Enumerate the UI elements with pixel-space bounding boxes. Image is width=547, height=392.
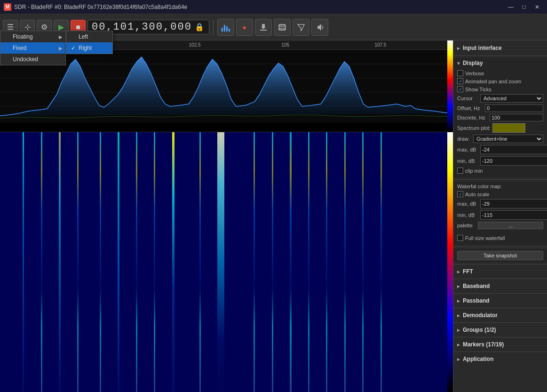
passband-header[interactable]: ► Passband — [453, 296, 547, 306]
passband-arrow: ► — [456, 298, 461, 304]
volume-button[interactable] — [311, 19, 328, 36]
baseband-label: Baseband — [463, 283, 490, 289]
waterfall-signal-18 — [362, 132, 364, 392]
wf-min-db-label: min, dB — [457, 212, 478, 218]
spectrum-svg — [0, 50, 453, 123]
spectrum-button[interactable] — [217, 19, 234, 36]
display-arrow: ▼ — [456, 61, 461, 66]
offset-hz-input[interactable] — [485, 104, 543, 112]
wf-max-db-input[interactable] — [480, 199, 547, 208]
input-interface-header[interactable]: ► Input interface — [453, 42, 547, 54]
submenu: Left ✓ Right — [66, 31, 113, 54]
take-snapshot-button[interactable]: Take snapshot — [457, 251, 543, 260]
wf-min-db-input[interactable] — [480, 210, 547, 220]
show-ticks-row: Show Ticks — [457, 86, 543, 92]
clip-min-checkbox[interactable] — [457, 168, 463, 174]
discrete-hz-label: Discrete, Hz — [457, 115, 488, 120]
maximize-button[interactable]: □ — [518, 2, 530, 12]
waterfall-signal-4 — [77, 132, 79, 392]
section-divider-3 — [453, 247, 547, 247]
animated-pan-zoom-checkbox[interactable] — [457, 78, 463, 84]
record-button[interactable]: ● — [236, 19, 253, 36]
cursor-select[interactable]: Advanced Basic None — [480, 94, 543, 103]
wf-max-db-row: max, dB ▲ ▼ — [457, 199, 543, 208]
repeat-icon — [277, 23, 287, 32]
discrete-hz-row: Discrete, Hz — [457, 114, 543, 121]
spectrum-plot — [0, 50, 453, 123]
submenu-item-left[interactable]: Left — [66, 31, 112, 42]
waterfall-signal-12 — [254, 132, 255, 392]
right-label: Right — [79, 45, 92, 51]
clip-min-row: clip min — [457, 168, 543, 174]
verbose-checkbox[interactable] — [457, 70, 463, 76]
fft-header[interactable]: ► FFT — [453, 266, 547, 277]
waterfall-signal-17 — [344, 132, 346, 392]
spectrum-plot-label: Spectrum plot: — [457, 125, 491, 131]
auto-scale-checkbox[interactable] — [457, 191, 463, 197]
max-db-input[interactable] — [480, 145, 547, 154]
groups-header[interactable]: ► Groups (1/2) — [453, 325, 547, 335]
markers-header[interactable]: ► Markers (17/19) — [453, 339, 547, 350]
svg-rect-4 — [260, 30, 267, 31]
markers-arrow: ► — [456, 342, 461, 347]
full-size-waterfall-checkbox[interactable] — [457, 235, 463, 241]
app-icon: M — [4, 3, 11, 11]
main-layout: 100 102.5 105 107.5 -80 — [0, 40, 547, 392]
waterfall-color-scale — [447, 132, 453, 392]
groups-label: Groups (1/2) — [463, 327, 496, 333]
section-divider-10 — [453, 352, 547, 352]
section-divider-7 — [453, 308, 547, 308]
palette-button[interactable]: ... — [478, 222, 543, 229]
application-header[interactable]: ► Application — [453, 354, 547, 364]
cursor-label: Cursor — [457, 96, 478, 101]
discrete-hz-input[interactable] — [490, 114, 543, 121]
menu-item-floating[interactable]: Floating ▶ — [0, 31, 65, 42]
waterfall-signal-13 — [272, 132, 273, 392]
min-db-spinbox: ▲ ▼ — [480, 156, 547, 166]
section-divider-5 — [453, 279, 547, 279]
max-db-row: max, dB ▲ ▼ — [457, 145, 543, 154]
palette-label: palette — [457, 223, 476, 228]
title-bar-controls: — □ ✕ — [505, 2, 543, 12]
spectrum-plot-color[interactable] — [492, 123, 525, 133]
display-section-header[interactable]: ▼ Display — [453, 58, 547, 68]
show-ticks-checkbox[interactable] — [457, 86, 463, 92]
waterfall-signal-11 — [217, 132, 224, 392]
demodulator-header[interactable]: ► Demodulator — [453, 310, 547, 320]
draw-row: draw Gradient+line Line Filled — [457, 135, 543, 143]
fft-label: FFT — [463, 268, 473, 275]
spectrum-plot-row: Spectrum plot: — [457, 123, 543, 133]
spectrum-icon — [221, 22, 231, 32]
waterfall-signal-19 — [381, 132, 382, 392]
floating-arrow: ▶ — [59, 34, 63, 40]
menu-item-fixed[interactable]: Fixed ▶ — [0, 42, 65, 54]
markers-label: Markers (17/19) — [463, 341, 504, 348]
fixed-arrow: ▶ — [59, 46, 63, 51]
waterfall-signal-9 — [172, 132, 174, 392]
fft-arrow: ► — [456, 269, 461, 274]
submenu-item-right[interactable]: ✓ Right — [66, 42, 112, 54]
wf-min-db-spinbox: ▲ ▼ — [480, 210, 547, 220]
waterfall-signal-3 — [59, 132, 61, 392]
waterfall-visualization — [0, 132, 453, 392]
repeat-button[interactable] — [274, 19, 291, 36]
content-area: 100 102.5 105 107.5 -80 — [0, 40, 453, 392]
cursor-row: Cursor Advanced Basic None — [457, 94, 543, 103]
menu-item-undocked[interactable]: Undocked — [0, 54, 65, 65]
draw-select[interactable]: Gradient+line Line Filled — [473, 135, 543, 143]
svg-rect-2 — [226, 26, 228, 32]
demodulator-label: Demodulator — [463, 312, 498, 319]
auto-scale-row: Auto scale — [457, 191, 543, 197]
close-button[interactable]: ✕ — [531, 2, 543, 12]
toolbar-separator — [213, 20, 214, 35]
full-size-waterfall-label: Full size waterfall — [465, 235, 505, 241]
waterfall-signal-14 — [290, 132, 292, 392]
filter-button[interactable] — [293, 19, 309, 36]
baseband-header[interactable]: ► Baseband — [453, 281, 547, 291]
min-db-label: min, dB — [457, 158, 478, 164]
min-db-input[interactable] — [480, 156, 547, 166]
waterfall-signal-6 — [118, 132, 119, 392]
fixed-label: Fixed — [13, 45, 26, 51]
minimize-button[interactable]: — — [505, 2, 517, 12]
save-button[interactable] — [255, 19, 272, 36]
